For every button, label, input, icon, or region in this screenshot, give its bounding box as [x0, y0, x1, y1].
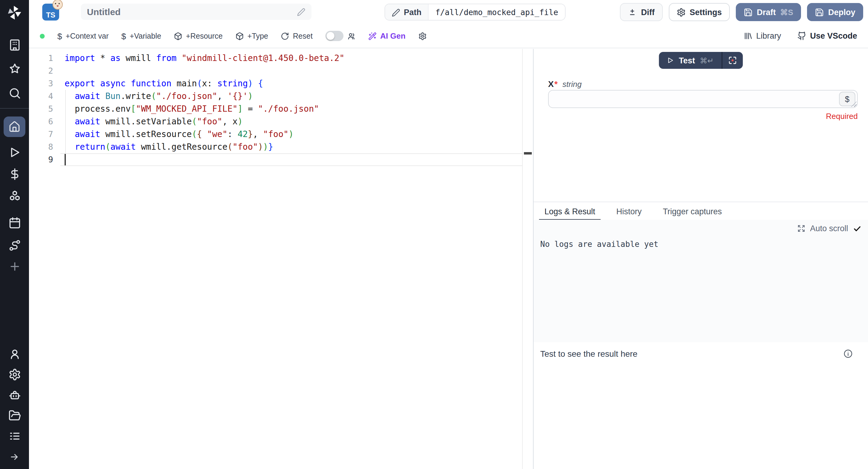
reset-button[interactable]: Reset: [281, 32, 313, 40]
script-title-input[interactable]: Untitled: [81, 4, 311, 20]
typescript-language-badge[interactable]: TS: [42, 4, 59, 21]
line-number: 9: [29, 153, 53, 166]
draft-label: Draft: [757, 7, 776, 17]
argument-name: X: [548, 79, 554, 89]
test-label: Test: [679, 56, 695, 65]
sidebar-item-workspace[interactable]: [8, 39, 21, 51]
github-icon: [797, 31, 806, 40]
line-number: 6: [29, 115, 53, 128]
code-line-1[interactable]: 1import * as wmill from "windmill-client…: [29, 52, 523, 65]
diff-button[interactable]: Diff: [620, 3, 662, 21]
topbar-actions: Diff Settings Draft ⌘S Deploy: [620, 3, 863, 21]
code-line-3[interactable]: 3export async function main(x: string) {: [29, 77, 523, 90]
library-label: Library: [756, 31, 781, 40]
add-context-var-label: +Context var: [66, 32, 108, 40]
gear-icon: [418, 32, 427, 40]
code-line-9[interactable]: 9: [29, 153, 523, 166]
capture-test-button[interactable]: [722, 52, 743, 69]
sidebar-item-favorites[interactable]: [8, 63, 21, 75]
toolbar-right: Library Use VScode: [743, 31, 857, 40]
code-line-4[interactable]: 4 await Bun.write("./foo.json", '{}'): [29, 90, 523, 103]
windmill-logo-icon[interactable]: [7, 5, 22, 21]
use-vscode-button[interactable]: Use VScode: [797, 31, 857, 40]
path-field[interactable]: Path f/all/demo_mocked_api_file: [384, 4, 566, 21]
code-line-8[interactable]: 8 return(await wmill.getResource("foo"))…: [29, 140, 523, 153]
insert-variable-button[interactable]: $: [839, 92, 855, 106]
result-panel: Test to see the result here: [534, 342, 868, 469]
cursor-position-marker: [524, 152, 532, 155]
sidebar-item-search[interactable]: [8, 87, 21, 100]
ai-gen-button[interactable]: AI Gen: [368, 31, 406, 40]
add-variable-button[interactable]: $ +Variable: [121, 32, 161, 40]
settings-button[interactable]: Settings: [669, 3, 730, 21]
edit-title-pencil-icon[interactable]: [297, 7, 305, 16]
multiplayer-toggle[interactable]: [326, 31, 343, 41]
sidebar-item-audit-logs[interactable]: [8, 430, 21, 442]
auto-scroll-control[interactable]: Auto scroll: [797, 224, 861, 233]
topbar: TS Untitled Path f/all/demo_mocked_api_f…: [29, 0, 868, 25]
sidebar-item-runs[interactable]: [8, 146, 21, 159]
sidebar-item-folders[interactable]: [8, 409, 21, 422]
tab-logs-result[interactable]: Logs & Result: [543, 202, 596, 220]
no-logs-message: No logs are available yet: [540, 240, 658, 249]
sidebar-item-resources[interactable]: [8, 190, 21, 202]
required-hint: Required: [548, 112, 858, 121]
add-resource-button[interactable]: +Resource: [174, 32, 223, 40]
code-editor[interactable]: 1import * as wmill from "windmill-client…: [29, 49, 533, 469]
sidebar-item-add[interactable]: [8, 260, 21, 273]
sidebar-item-collapse[interactable]: [8, 450, 21, 463]
add-type-button[interactable]: +Type: [236, 32, 268, 40]
deploy-label: Deploy: [828, 7, 855, 17]
deploy-button[interactable]: Deploy: [807, 3, 863, 21]
library-button[interactable]: Library: [743, 31, 781, 40]
test-shortcut: ⌘↵: [700, 56, 714, 65]
sidebar-item-variables[interactable]: [8, 168, 21, 181]
sidebar-item-triggers[interactable]: [8, 239, 21, 252]
info-icon[interactable]: [843, 349, 853, 358]
check-icon[interactable]: [853, 224, 861, 233]
code-line-5[interactable]: 5 process.env["WM_MOCKED_API_FILE"] = ".…: [29, 103, 523, 115]
script-title: Untitled: [87, 7, 297, 17]
language-badge-label: TS: [46, 11, 56, 19]
dollar-icon: $: [57, 32, 62, 40]
library-icon: [743, 31, 752, 40]
dollar-icon: $: [121, 32, 126, 40]
add-context-var-button[interactable]: $ +Context var: [57, 32, 108, 40]
code-line-2[interactable]: 2: [29, 65, 523, 77]
sidebar-item-settings[interactable]: [8, 368, 21, 381]
required-asterisk: *: [554, 79, 558, 89]
text-cursor: [65, 154, 65, 165]
code-line-6[interactable]: 6 await wmill.setVariable("foo", x): [29, 115, 523, 128]
path-value: f/all/demo_mocked_api_file: [429, 4, 565, 20]
right-panel: Test ⌘↵ X* string $ Required Logs & Resu…: [534, 49, 868, 469]
path-edit-button[interactable]: Path: [385, 4, 429, 20]
tab-trigger-captures[interactable]: Trigger captures: [661, 202, 723, 220]
add-resource-label: +Resource: [186, 32, 223, 40]
app-window: TS Untitled Path f/all/demo_mocked_api_f…: [0, 0, 868, 469]
sidebar-item-workers[interactable]: [8, 389, 21, 401]
sidebar-item-schedules[interactable]: [8, 217, 21, 229]
argument-input[interactable]: $: [548, 90, 858, 108]
overview-ruler[interactable]: [522, 49, 533, 469]
code-line-7[interactable]: 7 await wmill.setResource({ "we": 42}, "…: [29, 128, 523, 140]
path-label: Path: [404, 7, 422, 17]
editor-settings-button[interactable]: [418, 32, 427, 40]
edit-path-pencil-icon: [392, 8, 400, 16]
line-number: 1: [29, 52, 53, 65]
test-button[interactable]: Test ⌘↵: [659, 52, 722, 69]
save-icon: [744, 7, 753, 17]
logs-panel: Auto scroll No logs are available yet: [534, 220, 868, 343]
expand-icon[interactable]: [797, 224, 805, 232]
sidebar-item-home[interactable]: [4, 117, 25, 137]
language-status-dot: [40, 33, 45, 38]
add-type-label: +Type: [247, 32, 268, 40]
result-tabs: Logs & ResultHistoryTrigger captures: [534, 201, 868, 220]
sidebar-item-account[interactable]: [8, 348, 21, 361]
multiplayer-toggle-group: [326, 31, 355, 41]
add-variable-label: +Variable: [130, 32, 161, 40]
focus-frame-icon: [728, 56, 737, 65]
tab-history[interactable]: History: [615, 202, 643, 220]
draft-button[interactable]: Draft ⌘S: [736, 3, 801, 21]
use-vscode-label: Use VScode: [810, 31, 857, 40]
line-number: 4: [29, 90, 53, 103]
